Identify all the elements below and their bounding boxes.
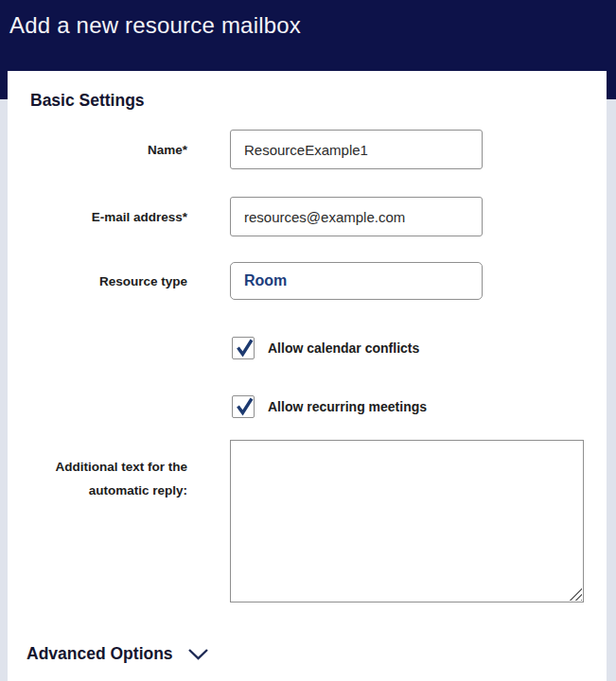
email-label: E-mail address* [8, 205, 187, 229]
section-title-basic-settings: Basic Settings [30, 91, 145, 111]
additional-text-label: Additional text for the automatic reply: [8, 440, 187, 502]
advanced-options-label: Advanced Options [26, 644, 173, 664]
calendar-conflicts-row: Allow calendar conflicts [232, 337, 419, 359]
additional-text-row: Additional text for the automatic reply: [8, 440, 607, 602]
email-input[interactable] [230, 197, 483, 236]
name-label: Name* [8, 138, 187, 162]
automatic-reply-textarea[interactable] [230, 440, 584, 602]
form-card: Basic Settings Name* E-mail address* Res… [8, 71, 607, 681]
recurring-meetings-label: Allow recurring meetings [268, 399, 427, 414]
additional-text-label-line2: automatic reply: [8, 479, 187, 502]
page-title: Add a new resource mailbox [9, 12, 301, 39]
calendar-conflicts-checkbox[interactable] [232, 337, 255, 359]
name-input[interactable] [230, 130, 483, 169]
chevron-down-icon [187, 648, 209, 661]
advanced-options-toggle[interactable]: Advanced Options [26, 644, 209, 664]
name-row: Name* [8, 130, 607, 169]
resource-type-select[interactable]: Room [230, 262, 483, 300]
resource-type-value: Room [244, 272, 287, 289]
resource-type-label: Resource type [8, 270, 187, 293]
additional-text-label-line1: Additional text for the [8, 455, 187, 479]
calendar-conflicts-label: Allow calendar conflicts [268, 340, 419, 356]
email-row: E-mail address* [8, 197, 607, 236]
recurring-meetings-checkbox[interactable] [232, 395, 255, 418]
resource-type-row: Resource type Room [8, 262, 607, 300]
recurring-meetings-row: Allow recurring meetings [232, 395, 427, 418]
